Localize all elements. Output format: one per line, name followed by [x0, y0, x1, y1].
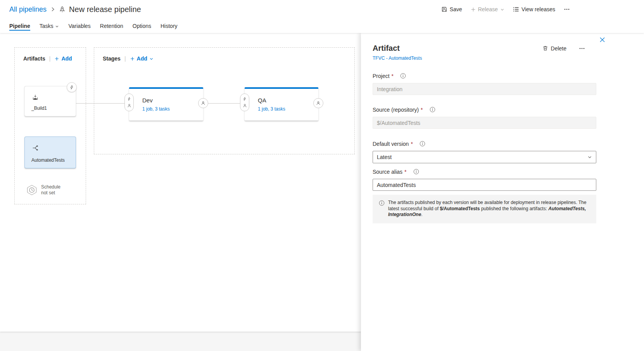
schedule-trigger[interactable]: Schedule not set	[26, 184, 60, 196]
stages-header: Stages | Add	[94, 48, 354, 62]
plus-icon	[54, 56, 59, 61]
project-input	[373, 83, 596, 95]
plus-icon	[130, 56, 135, 61]
release-label: Release	[478, 6, 498, 12]
tab-retention[interactable]: Retention	[100, 19, 123, 33]
info-segment-bold: $/AutomatedTests	[440, 206, 480, 211]
delete-label: Delete	[551, 45, 566, 52]
artifact-card-build1[interactable]: _Build1	[24, 86, 76, 116]
source-repository-input	[373, 117, 596, 129]
lightning-icon	[69, 85, 74, 90]
build-artifact-icon	[32, 94, 38, 100]
schedule-line2: not set	[41, 190, 60, 196]
pre-deployment-conditions-badge-dev[interactable]	[124, 93, 134, 111]
source-alias-input[interactable]	[373, 179, 596, 191]
info-icon[interactable]	[413, 169, 419, 175]
tab-label: Variables	[68, 23, 90, 29]
tab-label: Pipeline	[9, 23, 30, 29]
artifacts-title: Artifacts	[23, 55, 45, 62]
add-label: Add	[137, 55, 147, 62]
stage-tasks-link-dev[interactable]: 1 job, 3 tasks	[142, 106, 170, 112]
close-panel-button[interactable]	[599, 36, 606, 43]
source-repository-label: Source (repository)	[373, 107, 419, 113]
stage-card-qa[interactable]: QA 1 job, 3 tasks	[245, 87, 318, 121]
tab-label: Options	[133, 23, 151, 29]
person-icon	[201, 101, 205, 105]
view-releases-label: View releases	[521, 6, 555, 12]
post-deployment-conditions-badge-qa[interactable]	[313, 98, 323, 108]
stage-card-dev[interactable]: Dev 1 job, 3 tasks	[129, 87, 203, 121]
default-version-dropdown[interactable]: Latest	[373, 151, 596, 163]
lightning-icon	[243, 97, 247, 101]
artifacts-section: Artifacts | Add	[14, 47, 86, 204]
more-actions-button[interactable]	[564, 6, 570, 12]
info-icon[interactable]	[430, 107, 435, 112]
tab-tasks[interactable]: Tasks	[40, 19, 59, 33]
tab-pipeline[interactable]: Pipeline	[9, 19, 30, 33]
add-stage-button[interactable]: Add	[130, 55, 154, 62]
artifact-info-text: The artifacts published by each version …	[388, 200, 590, 218]
artifact-name: AutomatedTests	[31, 157, 65, 163]
required-marker: *	[404, 169, 406, 175]
info-icon[interactable]	[420, 141, 425, 147]
trash-icon	[542, 45, 548, 51]
post-deployment-conditions-badge-dev[interactable]	[198, 98, 208, 108]
chevron-right-icon	[50, 7, 55, 12]
save-icon	[441, 6, 447, 12]
add-label: Add	[61, 55, 72, 62]
artifact-form: Project * Source (repository) * Default …	[373, 73, 596, 223]
info-icon	[379, 200, 385, 218]
artifact-source-link[interactable]: TFVC - AutomatedTests	[373, 55, 586, 61]
stage-node-dev: Dev 1 job, 3 tasks	[129, 87, 203, 121]
breadcrumb-all-pipelines[interactable]: All pipelines	[9, 5, 47, 14]
info-segment: published the following artifacts:	[480, 206, 549, 211]
tab-variables[interactable]: Variables	[68, 19, 90, 33]
release-button[interactable]: Release	[471, 6, 504, 12]
required-marker: *	[392, 73, 394, 79]
project-label: Project	[373, 73, 390, 79]
artifact-name: _Build1	[31, 105, 47, 111]
tab-label: Retention	[100, 23, 123, 29]
source-repository-field-group: Source (repository) *	[373, 106, 596, 129]
info-icon[interactable]	[400, 73, 406, 79]
source-alias-field-group: Source alias *	[373, 168, 596, 191]
panel-more-button[interactable]	[578, 45, 586, 52]
panel-title: Artifact	[373, 44, 542, 53]
person-icon	[127, 104, 131, 108]
pipeline-canvas: Artifacts | Add _Build1 AutomatedTests	[0, 33, 361, 332]
tab-options[interactable]: Options	[133, 19, 151, 33]
divider: |	[49, 55, 51, 62]
artifacts-header: Artifacts | Add	[15, 48, 86, 62]
top-chrome: All pipelines New release pipeline Save	[0, 0, 644, 33]
artifact-card-automatedtests[interactable]: AutomatedTests	[24, 137, 76, 168]
save-label: Save	[450, 6, 462, 12]
chevron-down-icon	[587, 155, 592, 159]
stage-name: QA	[258, 97, 266, 104]
divider: |	[124, 55, 126, 62]
source-alias-label: Source alias	[373, 169, 402, 175]
top-header: All pipelines New release pipeline Save	[0, 0, 644, 19]
plus-icon	[471, 7, 476, 12]
artifact-info-box: The artifacts published by each version …	[373, 195, 596, 223]
default-version-label: Default version	[373, 141, 409, 147]
continuous-deployment-trigger-badge[interactable]	[67, 82, 77, 92]
stage-name: Dev	[142, 97, 153, 104]
add-artifact-button[interactable]: Add	[54, 55, 72, 62]
save-button[interactable]: Save	[441, 6, 462, 12]
stages-title: Stages	[103, 55, 121, 62]
ellipsis-icon	[564, 6, 570, 12]
tfvc-artifact-icon	[32, 145, 39, 151]
stage-node-qa: QA 1 job, 3 tasks	[245, 87, 318, 121]
pre-deployment-conditions-badge-qa[interactable]	[240, 93, 249, 111]
tab-history[interactable]: History	[161, 19, 178, 33]
lightning-icon	[127, 97, 131, 101]
tab-label: Tasks	[40, 23, 54, 29]
project-field-group: Project *	[373, 73, 596, 95]
delete-artifact-button[interactable]: Delete	[542, 45, 566, 52]
page-title: New release pipeline	[69, 5, 141, 14]
view-releases-button[interactable]: View releases	[513, 6, 555, 12]
tab-bar: Pipeline Tasks Variables Retention Optio…	[0, 19, 644, 33]
ellipsis-icon	[579, 45, 585, 52]
stage-tasks-link-qa[interactable]: 1 job, 3 tasks	[258, 106, 285, 112]
person-icon	[243, 104, 247, 108]
